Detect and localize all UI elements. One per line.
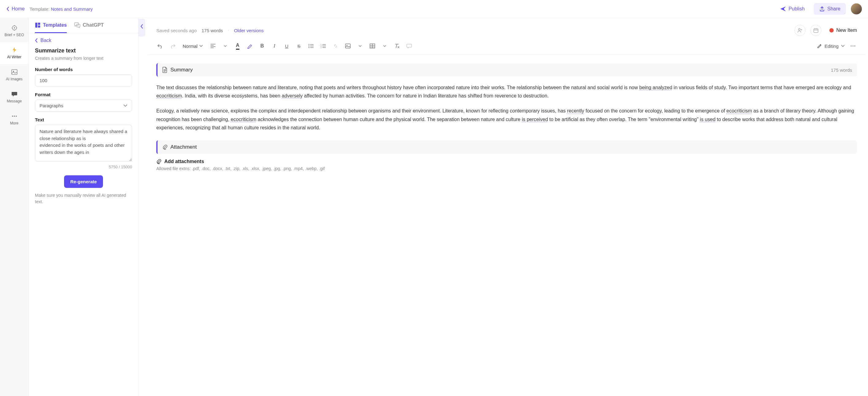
chevron-down-icon	[383, 45, 386, 47]
more-button[interactable]	[849, 42, 857, 50]
link-icon	[333, 43, 338, 49]
undo-button[interactable]	[156, 42, 164, 50]
collapse-handle[interactable]	[138, 19, 145, 36]
comment-button[interactable]	[405, 42, 413, 50]
comment-icon	[406, 43, 412, 49]
toolbar: Normal A B I U S 123	[148, 39, 866, 55]
highlight-button[interactable]	[246, 42, 254, 50]
panel-title: Summarize text	[35, 48, 132, 54]
summary-paragraph-1[interactable]: The text discusses the relationship betw…	[156, 83, 857, 100]
rail-item-message[interactable]: Message	[0, 86, 29, 108]
underline-button[interactable]: U	[283, 42, 290, 50]
dots-icon	[11, 113, 18, 119]
number-list-button[interactable]: 123	[319, 42, 327, 50]
topbar: Home Template: Notes and Summary Publish…	[0, 0, 868, 18]
home-label: Home	[12, 6, 25, 12]
templates-icon	[35, 22, 40, 28]
template-label: Template: Notes and Summary	[30, 6, 93, 12]
tab-chatgpt[interactable]: ChatGPT	[74, 22, 103, 33]
text-label: Text	[35, 117, 132, 122]
upload-icon	[819, 6, 825, 12]
attachment-block-header[interactable]: Attachment	[156, 141, 857, 154]
redo-button[interactable]	[168, 42, 177, 50]
home-link[interactable]: Home	[6, 6, 25, 12]
new-item-label[interactable]: New Item	[829, 28, 857, 33]
table-dropdown[interactable]	[381, 42, 389, 50]
align-button[interactable]	[209, 42, 217, 50]
doc-body[interactable]: Summary 175 words The text discusses the…	[148, 55, 866, 396]
avatar[interactable]	[851, 3, 862, 14]
align-left-icon	[210, 44, 216, 48]
panel-subtitle: Creates a summary from longer text	[35, 56, 132, 61]
allowed-extensions: Allowed file extns: .pdf, .doc, .docx, .…	[156, 166, 857, 171]
share-button[interactable]: Share	[814, 3, 846, 15]
template-name[interactable]: Notes and Summary	[51, 6, 93, 12]
older-versions-link[interactable]: Older versions	[234, 28, 264, 33]
text-color-button[interactable]: A	[234, 42, 242, 50]
undo-icon	[158, 43, 163, 49]
style-select[interactable]: Normal	[181, 42, 205, 50]
link-button[interactable]	[332, 42, 340, 50]
sidepanel-tabs: Templates ChatGPT	[29, 18, 138, 33]
chevron-left-icon	[6, 6, 10, 11]
table-button[interactable]	[368, 42, 376, 50]
red-status-dot	[829, 28, 834, 32]
svg-text:3: 3	[320, 47, 321, 48]
back-link[interactable]: Back	[29, 33, 138, 46]
send-icon	[780, 6, 786, 12]
summary-paragraph-2[interactable]: Ecology, a relatively new science, explo…	[156, 106, 857, 132]
rail-item-ai-images[interactable]: AI Images	[0, 64, 29, 86]
chevron-left-icon	[141, 24, 144, 29]
image-icon	[345, 43, 351, 49]
svg-point-19	[347, 45, 347, 46]
num-words-label: Number of words	[35, 67, 132, 72]
svg-point-1	[14, 27, 15, 29]
format-select[interactable]: Paragraphs	[35, 100, 132, 112]
clear-format-button[interactable]	[393, 42, 401, 50]
calendar-button[interactable]	[810, 25, 822, 36]
bullet-list-icon	[308, 44, 314, 48]
svg-point-6	[16, 116, 17, 117]
svg-rect-8	[38, 23, 40, 25]
summary-block-header[interactable]: Summary 175 words	[156, 63, 857, 77]
chat-bubbles-icon	[74, 22, 80, 28]
add-user-button[interactable]	[795, 25, 805, 36]
char-count: 5750 / 15000	[35, 164, 132, 169]
pencil-icon	[817, 43, 822, 49]
publish-button[interactable]: Publish	[776, 4, 809, 14]
svg-point-22	[852, 45, 853, 46]
rail-item-more[interactable]: More	[0, 108, 29, 130]
tab-templates[interactable]: Templates	[35, 22, 67, 33]
chevron-down-icon	[841, 45, 845, 47]
disclaimer: Make sure you manually review all AI gen…	[35, 192, 132, 205]
text-input[interactable]	[35, 125, 132, 161]
add-attachments-button[interactable]: Add attachments	[156, 159, 857, 164]
regenerate-button[interactable]: Re-generate	[64, 175, 103, 188]
svg-rect-2	[12, 69, 17, 74]
align-dropdown[interactable]	[221, 42, 229, 50]
document-icon	[162, 67, 167, 73]
dots-icon	[850, 45, 856, 47]
rail-item-ai-writer[interactable]: AI Writer	[0, 42, 29, 64]
table-icon	[370, 43, 375, 49]
chevron-left-icon	[35, 38, 38, 42]
editing-mode-select[interactable]: Editing	[817, 43, 845, 49]
target-icon	[11, 25, 18, 31]
bullet-list-button[interactable]	[307, 42, 315, 50]
summary-word-count: 175 words	[831, 67, 852, 73]
highlighter-icon	[247, 43, 253, 49]
redo-icon	[170, 43, 175, 49]
image-icon	[11, 69, 18, 75]
image-button[interactable]	[344, 42, 352, 50]
bolt-icon	[11, 47, 18, 53]
chevron-down-icon	[359, 45, 362, 47]
italic-button[interactable]: I	[270, 42, 278, 50]
strike-button[interactable]: S	[295, 42, 303, 50]
num-words-input[interactable]	[35, 74, 132, 86]
rail-item-brief-seo[interactable]: Brief + SEO	[0, 20, 29, 42]
clear-format-icon	[394, 43, 400, 49]
bold-button[interactable]: B	[258, 42, 266, 50]
doc-word-count: 175 words	[202, 28, 223, 33]
image-dropdown[interactable]	[356, 42, 364, 50]
chevron-down-icon	[199, 45, 203, 47]
